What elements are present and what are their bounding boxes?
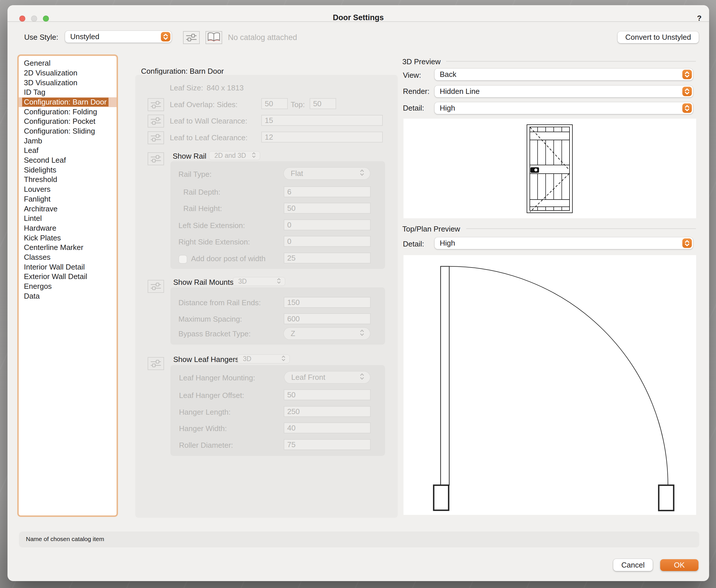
sidebar-item[interactable]: Kick Plates (19, 233, 116, 243)
leaf-size-label: Leaf Size: (170, 84, 203, 92)
render-dropdown[interactable]: Hidden Line (435, 85, 693, 97)
sidebar-item[interactable]: Sidelights (19, 165, 116, 175)
hanger-offset-input[interactable]: 50 (284, 389, 371, 400)
hanger-length-input[interactable]: 250 (284, 406, 371, 417)
plan-detail-dropdown[interactable]: High (435, 237, 693, 249)
sidebar-item[interactable]: Threshold (19, 175, 116, 185)
sidebar-item[interactable]: Classes (19, 253, 116, 262)
sidebar-item[interactable]: Second Leaf (19, 155, 116, 165)
detail-dropdown[interactable]: High (435, 102, 693, 114)
sidebar-item-label: Data (24, 292, 40, 301)
rail-depth-input[interactable]: 6 (284, 186, 371, 197)
sidebar-item[interactable]: Configuration: Pocket (19, 117, 116, 126)
dist-input[interactable]: 150 (284, 297, 371, 308)
rail-type-value: Flat (291, 169, 303, 178)
sidebar-item[interactable]: General (19, 59, 116, 68)
sidebar-item-label: Configuration: Pocket (24, 117, 95, 126)
roller-input[interactable]: 75 (284, 439, 371, 450)
sidebar-item[interactable]: Centerline Marker (19, 243, 116, 253)
show-hangers-label: Show Leaf Hangers (173, 355, 239, 364)
chevron-updown-icon (360, 372, 364, 383)
hanger-mount-value: Leaf Front (291, 373, 325, 381)
hanger-width-input[interactable]: 40 (284, 422, 371, 433)
sliders-icon (183, 32, 199, 43)
sidebar-item[interactable]: Jamb (19, 136, 116, 146)
sidebar-item[interactable]: Configuration: Sliding (19, 126, 116, 136)
sidebar-item-label: General (24, 59, 51, 68)
sidebar-item-label: Sidelights (24, 166, 57, 174)
leaf-leaf-settings-icon[interactable] (148, 131, 164, 144)
sidebar-item[interactable]: ID Tag (19, 87, 116, 97)
rail-type-dropdown[interactable]: Flat (284, 168, 370, 180)
leaf-overlap-label: Leaf Overlap: Sides: (170, 100, 238, 109)
catalog-button[interactable] (205, 31, 222, 44)
max-spacing-input[interactable]: 600 (284, 313, 371, 324)
sidebar-item-label: Lintel (24, 214, 42, 223)
style-options-button[interactable] (183, 31, 200, 44)
convert-to-unstyled-button[interactable]: Convert to Unstyled (617, 31, 699, 43)
sidebar-item-label: 3D Visualization (24, 78, 78, 87)
config-panel-title: Configuration: Barn Door (141, 67, 224, 76)
sidebar-item[interactable]: Configuration: Folding (19, 107, 116, 117)
show-hangers-dropdown[interactable]: 3D (238, 355, 289, 363)
left-ext-input[interactable]: 0 (284, 219, 371, 230)
sidebar-item[interactable]: Lintel (19, 214, 116, 224)
leaf-overlap-top-input[interactable]: 50 (310, 98, 336, 109)
show-hangers-settings-icon[interactable] (148, 357, 164, 370)
chevron-updown-icon (252, 151, 256, 160)
view-label: View: (403, 71, 421, 80)
chevron-updown-icon (277, 277, 281, 286)
use-style-dropdown[interactable]: Unstyled (65, 31, 172, 43)
cancel-button[interactable]: Cancel (613, 559, 653, 571)
sidebar-item[interactable]: Configuration: Barn Door (19, 97, 116, 107)
sidebar-item[interactable]: Data (19, 291, 116, 301)
desktop-background: Door Settings ? Use Style: Unstyled (0, 0, 716, 588)
rail-depth-label: Rail Depth: (183, 188, 220, 197)
door-post-checkbox[interactable] (179, 255, 187, 263)
catalog-item-name-label: Name of chosen catalog item (26, 536, 104, 543)
chevron-updown-icon (281, 355, 285, 363)
window-title: Door Settings (7, 13, 709, 22)
ok-button[interactable]: OK (660, 559, 698, 571)
hanger-mount-dropdown[interactable]: Leaf Front (284, 372, 370, 383)
sidebar-item[interactable]: Exterior Wall Detail (19, 272, 116, 281)
show-rail-dropdown[interactable]: 2D and 3D (209, 151, 260, 160)
leaf-wall-settings-icon[interactable] (148, 114, 164, 128)
leaf-leaf-input[interactable]: 12 (261, 132, 383, 143)
sidebar-item[interactable]: Energos (19, 281, 116, 291)
sidebar-item[interactable]: Louvers (19, 185, 116, 194)
sidebar-item[interactable]: Leaf (19, 146, 116, 155)
leaf-wall-input[interactable]: 15 (261, 115, 383, 126)
catalog-item-name-box: Name of chosen catalog item (19, 531, 699, 547)
sidebar-item-label: Fanlight (24, 195, 51, 204)
sidebar-item[interactable]: 3D Visualization (19, 78, 116, 88)
sidebar-item[interactable]: Interior Wall Detail (19, 262, 116, 272)
leaf-overlap-sides-input[interactable]: 50 (261, 98, 288, 109)
roller-label: Roller Diameter: (179, 441, 233, 450)
show-mounts-settings-icon[interactable] (148, 280, 164, 293)
no-catalog-label: No catalog attached (228, 33, 297, 42)
show-mounts-dropdown[interactable]: 3D (233, 277, 285, 286)
show-mounts-label: Show Rail Mounts (173, 278, 234, 287)
show-rail-settings-icon[interactable] (148, 152, 164, 165)
right-ext-input[interactable]: 0 (284, 236, 371, 247)
sidebar-item[interactable]: Hardware (19, 224, 116, 233)
sidebar-item-label: Centerline Marker (24, 243, 84, 252)
sidebar-item[interactable]: Fanlight (19, 194, 116, 204)
sidebar-item[interactable]: Architrave (19, 204, 116, 214)
top-label: Top: (291, 100, 305, 109)
hanger-length-label: Hanger Length: (179, 408, 231, 417)
door-post-input[interactable]: 25 (284, 253, 371, 264)
help-button[interactable]: ? (697, 14, 701, 23)
hanger-mount-label: Leaf Hanger Mounting: (179, 374, 255, 382)
hanger-width-label: Hanger Width: (179, 424, 227, 433)
leaf-leaf-label: Leaf to Leaf Clearance: (170, 133, 247, 142)
rail-height-input[interactable]: 50 (284, 203, 371, 214)
sidebar-item-label: Second Leaf (24, 156, 66, 165)
sidebar-item[interactable]: 2D Visualization (19, 68, 116, 78)
view-dropdown[interactable]: Back (435, 68, 693, 80)
rail-type-label: Rail Type: (178, 170, 212, 179)
chevron-updown-icon (360, 328, 364, 339)
bypass-dropdown[interactable]: Z (284, 328, 370, 339)
leaf-overlap-settings-icon[interactable] (148, 98, 164, 111)
